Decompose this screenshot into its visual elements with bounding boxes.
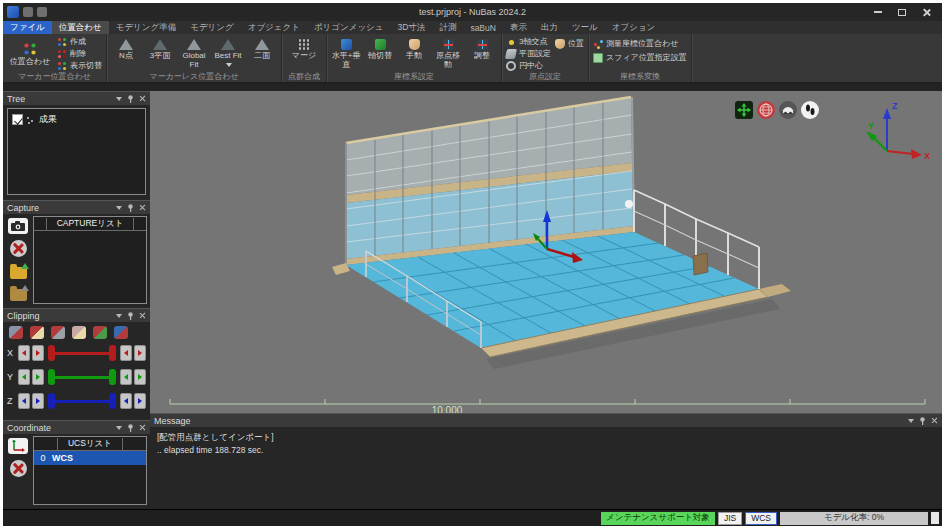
plane-setting-button[interactable]: 平面設定 [506, 48, 551, 59]
clip-z-slider[interactable] [48, 393, 116, 409]
menu-tools[interactable]: ツール [565, 21, 605, 34]
survey-align-button[interactable]: 測量座標位置合わせ [593, 38, 687, 49]
merge-button[interactable]: マージ [286, 36, 322, 71]
clip-x-min-inc-button[interactable] [32, 345, 44, 361]
menu-display[interactable]: 表示 [503, 21, 534, 34]
ucs-create-button[interactable] [8, 438, 28, 454]
clipping-mode-icon-1[interactable] [9, 326, 23, 339]
menu-sabun[interactable]: saBuN [463, 21, 503, 34]
close-icon[interactable] [931, 417, 938, 424]
ucs-delete-button[interactable] [10, 460, 27, 477]
ucs-list[interactable]: UCSリスト 0 WCS [33, 436, 147, 505]
clip-y-slider[interactable] [48, 369, 116, 385]
menu-alignment[interactable]: 位置合わせ [52, 21, 109, 34]
two-plane-button[interactable]: 二面 [247, 36, 277, 71]
coordinate-system-badge[interactable]: WCS [745, 512, 777, 525]
clip-x-max-handle[interactable] [109, 345, 116, 361]
app-icon[interactable] [7, 6, 19, 18]
fit-view-button[interactable] [735, 101, 753, 119]
adjust-button[interactable]: 調整 [467, 36, 497, 71]
clip-y-min-dec-button[interactable] [18, 369, 30, 385]
clip-y-min-inc-button[interactable] [32, 369, 44, 385]
capture-export-button[interactable] [10, 289, 27, 301]
tree-item[interactable]: 成果 [8, 109, 145, 130]
pin-icon[interactable] [127, 95, 134, 103]
clipping-mode-icon-3[interactable] [51, 326, 65, 339]
menu-measure[interactable]: 計測 [432, 21, 463, 34]
align-button[interactable]: 位置合わせ [7, 36, 53, 71]
save-icon[interactable] [23, 7, 33, 17]
clip-x-max-inc-button[interactable] [134, 345, 146, 361]
clip-y-max-dec-button[interactable] [120, 369, 132, 385]
resize-grip[interactable] [931, 512, 939, 524]
marker-create-button[interactable]: 作成 [57, 36, 102, 47]
pin-icon[interactable] [127, 424, 134, 432]
clip-y-max-inc-button[interactable] [134, 369, 146, 385]
dropdown-icon[interactable] [116, 314, 122, 318]
capture-delete-button[interactable] [10, 240, 27, 257]
global-fit-button[interactable]: Global Fit [179, 36, 209, 71]
clipping-mode-icon-2[interactable] [30, 326, 44, 339]
clipping-mode-icon-4[interactable] [72, 326, 86, 339]
pin-icon[interactable] [127, 204, 134, 212]
minimize-button[interactable] [866, 3, 890, 21]
point-cloud-scene[interactable]: Z X Y [150, 91, 942, 413]
dropdown-icon[interactable] [116, 206, 122, 210]
best-fit-button[interactable]: Best Fit [213, 36, 243, 71]
clipping-mode-icon-5[interactable] [93, 326, 107, 339]
pin-icon[interactable] [127, 312, 134, 320]
clip-z-min-inc-button[interactable] [32, 393, 44, 409]
clip-z-max-handle[interactable] [109, 393, 116, 409]
three-plane-button[interactable]: 3平面 [145, 36, 175, 71]
clip-x-slider[interactable] [48, 345, 116, 361]
drive-mode-button[interactable] [779, 101, 797, 119]
circle-center-button[interactable]: 円中心 [506, 60, 551, 71]
marker-delete-button[interactable]: 削除 [57, 48, 102, 59]
horizontal-vertical-button[interactable]: 水平+垂直 [331, 36, 361, 71]
clip-y-min-handle[interactable] [48, 369, 55, 385]
menu-file[interactable]: ファイル [3, 21, 52, 34]
standard-badge[interactable]: JIS [718, 512, 742, 525]
manual-button[interactable]: 手動 [399, 36, 429, 71]
menu-polygon-mesh[interactable]: ポリゴンメッシュ [307, 21, 391, 34]
menu-options[interactable]: オプション [605, 21, 663, 34]
dropdown-icon[interactable] [908, 419, 914, 423]
capture-list[interactable]: CAPTUREリスト [33, 216, 147, 304]
ucs-row-selected[interactable]: 0 WCS [34, 451, 146, 465]
close-icon[interactable] [139, 95, 146, 102]
close-icon[interactable] [139, 424, 146, 431]
menu-output[interactable]: 出力 [534, 21, 565, 34]
globe-view-button[interactable] [757, 101, 775, 119]
clip-z-min-dec-button[interactable] [18, 393, 30, 409]
tree-item-checkbox[interactable] [12, 114, 23, 125]
close-icon[interactable] [139, 204, 146, 211]
clip-z-min-handle[interactable] [48, 393, 55, 409]
sphere-placement-button[interactable]: スフィア位置指定設置 [593, 52, 687, 63]
clip-z-max-dec-button[interactable] [120, 393, 132, 409]
menu-modeling-prep[interactable]: モデリング準備 [109, 21, 184, 34]
walk-mode-button[interactable] [801, 101, 819, 119]
capture-camera-button[interactable] [8, 218, 28, 234]
clip-x-max-dec-button[interactable] [120, 345, 132, 361]
dropdown-icon[interactable] [116, 426, 122, 430]
axis-switch-button[interactable]: 軸切替 [365, 36, 395, 71]
clip-x-min-dec-button[interactable] [18, 345, 30, 361]
capture-import-button[interactable] [10, 267, 27, 279]
message-log[interactable]: [配管用点群としてインポート] .. elapsed time 188.728 … [150, 427, 942, 461]
pin-icon[interactable] [919, 417, 926, 425]
menu-3d-dimension[interactable]: 3D寸法 [391, 21, 433, 34]
marker-toggle-view-button[interactable]: 表示切替 [57, 60, 102, 71]
close-icon[interactable] [139, 312, 146, 319]
menu-object[interactable]: オブジェクト [241, 21, 307, 34]
clip-x-min-handle[interactable] [48, 345, 55, 361]
dropdown-icon[interactable] [116, 97, 122, 101]
viewport-3d[interactable]: Z X Y 10.000 [150, 91, 942, 413]
settings-icon[interactable] [37, 7, 47, 17]
n-point-button[interactable]: N点 [111, 36, 141, 71]
position-button[interactable]: 位置 [555, 38, 584, 49]
clip-y-max-handle[interactable] [109, 369, 116, 385]
menu-modeling[interactable]: モデリング [183, 21, 241, 34]
close-button[interactable] [914, 3, 938, 21]
clip-z-max-inc-button[interactable] [134, 393, 146, 409]
origin-move-button[interactable]: 原点移動 [433, 36, 463, 71]
